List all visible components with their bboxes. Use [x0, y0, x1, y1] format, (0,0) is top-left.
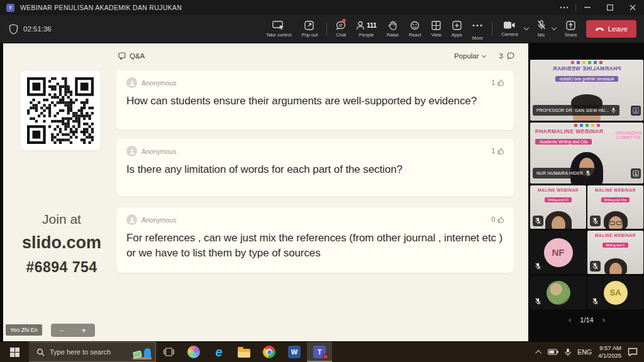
task-view-button[interactable] — [156, 342, 181, 362]
camera-options-chevron-icon[interactable] — [523, 25, 528, 30]
person-icon — [129, 148, 135, 155]
share-button[interactable]: Share — [560, 15, 582, 43]
react-button[interactable]: React — [404, 15, 426, 43]
copilot-taskbar-button[interactable] — [181, 342, 206, 362]
join-at-label: Join at — [3, 212, 120, 227]
avatar — [126, 146, 137, 156]
video-tile-humaira[interactable]: PHARMALINE WEBINAR Academic Writing and … — [530, 123, 643, 184]
battery-icon[interactable] — [548, 349, 558, 355]
windows-taskbar: e W T ENG 9:57 AM 4/1/2025 — [0, 342, 644, 362]
qa-icon — [118, 52, 126, 60]
meeting-timer: 02:51:36 — [23, 25, 52, 33]
file-explorer-icon — [238, 349, 250, 358]
file-explorer-taskbar-button[interactable] — [231, 342, 257, 362]
participant-video — [606, 214, 625, 229]
mic-muted-icon — [535, 298, 541, 305]
backdrop-logos — [530, 61, 643, 64]
maximize-icon[interactable] — [599, 0, 621, 15]
participant-rail: PHARMALINE WEBINAR Academic Writing and … — [530, 43, 644, 342]
tray-time: 9:57 AM — [598, 344, 621, 352]
tray-mic-icon[interactable] — [565, 348, 571, 356]
mic-muted-icon — [586, 170, 591, 176]
mic-muted-badge — [533, 296, 543, 307]
clock[interactable]: 9:57 AM 4/1/2025 — [598, 344, 621, 359]
avatar — [126, 77, 137, 88]
avatar — [126, 214, 137, 225]
backdrop-logos — [530, 124, 643, 127]
backdrop-banner: MALINE WEBINAR Writing and C — [587, 233, 643, 249]
word-taskbar-button[interactable]: W — [282, 342, 307, 362]
apps-button[interactable]: Apps — [447, 15, 467, 43]
upvote-button[interactable]: 1 — [491, 79, 504, 86]
mic-button[interactable]: Mic — [532, 15, 551, 43]
more-button[interactable]: More — [467, 15, 488, 43]
question-card[interactable]: Anonymous 1 Is there any limitation of w… — [116, 139, 514, 197]
people-button[interactable]: 111 People — [351, 15, 382, 43]
backdrop-banner: PHARMALINE WEBINAR Academic Writing and … — [530, 65, 643, 83]
question-count: 3 — [499, 52, 503, 60]
video-tile-sa[interactable]: SA — [587, 276, 643, 309]
copilot-icon — [187, 346, 200, 358]
search-icon — [36, 348, 45, 356]
search-highlight-illustration[interactable] — [131, 344, 153, 360]
view-button[interactable]: View — [426, 15, 447, 43]
participant-name-badge: NUR HUMAIRA HIDER — [533, 168, 594, 178]
shared-screen: Q&A Popular 3 Anonymous 1 H — [3, 43, 528, 341]
tray-expand-chevron-icon[interactable] — [535, 349, 541, 356]
teams-taskbar-button[interactable]: T — [307, 342, 332, 362]
avatar-initials: SA — [604, 281, 628, 305]
raise-hand-button[interactable]: Raise — [382, 15, 404, 43]
leave-button[interactable]: Leave — [586, 20, 636, 38]
take-control-button[interactable]: Take control — [261, 15, 296, 43]
camera-button[interactable]: Camera — [496, 15, 523, 43]
chrome-taskbar-button[interactable] — [257, 342, 282, 362]
mic-options-chevron-icon[interactable] — [551, 25, 556, 30]
question-card[interactable]: Anonymous 0 For references , can we just… — [116, 207, 514, 273]
pop-out-button[interactable]: Pop out — [296, 15, 323, 43]
thumbs-up-icon — [497, 79, 504, 86]
toolbar-divider — [492, 22, 492, 36]
internet-explorer-taskbar-button[interactable]: e — [206, 342, 231, 362]
internet-explorer-icon: e — [215, 345, 222, 359]
taskbar-search[interactable] — [29, 342, 156, 362]
language-indicator[interactable]: ENG — [577, 348, 592, 356]
video-tile[interactable]: MALINE WEBINAR Writing and Cha — [587, 185, 643, 229]
minimize-icon[interactable] — [576, 0, 599, 15]
upvote-button[interactable]: 1 — [491, 148, 504, 155]
spotlight-badge — [631, 168, 641, 178]
question-card[interactable]: Anonymous 1 How can students ensure thei… — [116, 70, 514, 130]
mic-muted-icon — [592, 298, 598, 305]
action-center-icon[interactable] — [628, 348, 638, 356]
upvote-button[interactable]: 0 — [491, 216, 504, 223]
chat-button[interactable]: Chat — [331, 15, 351, 43]
zoom-in-button[interactable]: + — [82, 326, 87, 335]
mic-muted-icon — [592, 263, 598, 270]
video-tile-professor[interactable]: PHARMALINE WEBINAR Academic Writing and … — [530, 60, 643, 121]
search-input[interactable] — [50, 348, 125, 356]
video-tile[interactable]: MALINE WEBINAR Writing and Ch — [530, 185, 586, 229]
event-code: #6894 754 — [3, 259, 120, 276]
next-page-icon[interactable]: › — [602, 315, 605, 324]
backdrop-banner: MALINE WEBINAR Writing and Cha — [587, 188, 643, 204]
zoom-control[interactable]: – + — [51, 324, 95, 337]
close-icon[interactable] — [621, 0, 644, 15]
chevron-down-icon — [482, 53, 486, 57]
video-tile-photo[interactable] — [530, 276, 586, 309]
zoom-out-button[interactable]: – — [60, 326, 64, 335]
sort-dropdown[interactable]: Popular — [454, 52, 486, 60]
window-more-icon[interactable] — [553, 0, 575, 15]
word-icon: W — [288, 346, 301, 358]
prev-page-icon[interactable]: ‹ — [569, 315, 571, 324]
task-view-icon — [164, 348, 174, 356]
video-tile-nf[interactable]: NF — [530, 231, 586, 274]
people-icon — [356, 21, 365, 30]
start-button[interactable] — [0, 342, 29, 362]
spotlight-icon — [633, 107, 639, 114]
question-text: How can students ensure their arguments … — [126, 94, 488, 109]
spotlight-badge — [631, 106, 641, 116]
video-tile[interactable]: MALINE WEBINAR Writing and C — [587, 231, 643, 274]
spotlight-icon — [633, 170, 639, 177]
mic-muted-badge — [533, 261, 543, 272]
presenter-name-badge: Yeo Zhi En — [6, 324, 42, 336]
vote-count: 1 — [491, 148, 495, 155]
